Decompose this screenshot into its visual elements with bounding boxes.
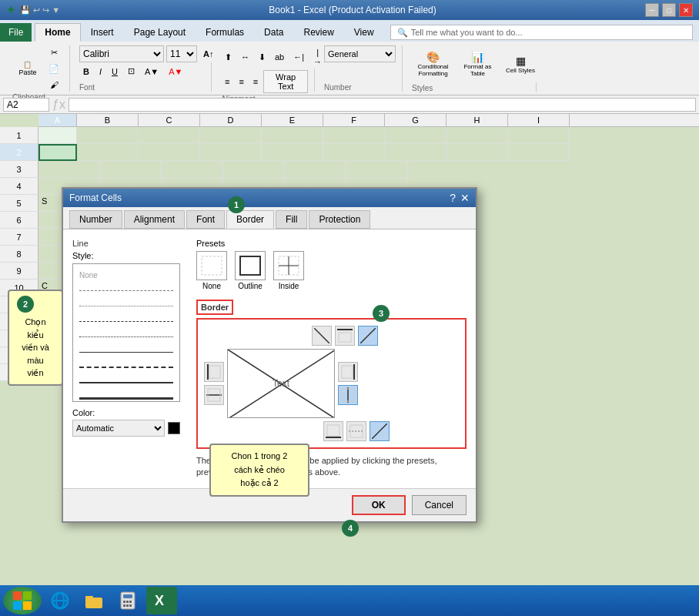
cell-a2[interactable] [38,144,77,161]
minimize-btn[interactable]: ─ [645,3,659,17]
border-btn-top[interactable] [335,326,355,346]
cell-b1[interactable] [77,127,139,144]
style-dotted-2[interactable] [76,298,176,313]
border-btn-bottom[interactable] [323,421,343,441]
fill-color-btn[interactable]: A▼ [141,64,162,79]
wrap-text-btn[interactable]: Wrap Text [263,70,308,93]
cell-c2[interactable] [139,144,200,161]
cancel-button[interactable]: Cancel [412,495,467,515]
row-7[interactable]: 7 [0,229,38,246]
tab-file[interactable]: File [0,23,32,42]
preset-none-btn[interactable]: None [196,251,227,290]
border-btn-center-h[interactable] [204,385,224,405]
cell-b3[interactable] [100,161,162,178]
tell-me-search[interactable]: 🔍 Tell me what you want to do... [390,25,693,40]
dialog-close-btn[interactable]: ✕ [460,192,470,204]
col-header-B[interactable]: B [77,114,139,126]
cell-b2[interactable] [77,144,139,161]
style-thick[interactable] [76,390,176,402]
tab-page-layout[interactable]: Page Layout [124,23,196,42]
format-table-btn[interactable]: 📊 Format as Table [457,45,499,82]
row-8[interactable]: 8 [0,246,38,263]
row-9[interactable]: 9 [0,263,38,280]
cell-c3[interactable] [162,161,223,178]
dialog-tab-fill[interactable]: Fill [276,210,307,229]
align-left-btn[interactable]: ≡ [221,70,233,93]
font-size-select[interactable]: 11 [166,45,197,62]
orientation-btn[interactable]: ab [271,45,288,69]
style-dash-dot[interactable] [76,313,176,329]
cell-f2[interactable] [323,144,385,161]
cell-e3[interactable] [285,161,346,178]
ok-button[interactable]: OK [352,495,406,515]
cell-h1[interactable] [446,127,508,144]
copy-btn[interactable]: 📄 [45,62,63,76]
bold-btn[interactable]: B [79,64,93,79]
row-3[interactable]: 3 [0,161,38,178]
start-button[interactable] [3,587,42,614]
cell-d2[interactable] [200,144,262,161]
col-header-H[interactable]: H [446,114,508,126]
cell-d3[interactable] [223,161,285,178]
border-btn[interactable]: ⊡ [124,64,139,79]
tab-data[interactable]: Data [254,23,293,42]
style-none[interactable]: None [76,267,176,283]
border-btn-top-right-diag[interactable] [358,326,378,346]
cell-c1[interactable] [139,127,200,144]
col-header-C[interactable]: C [139,114,200,126]
font-name-select[interactable]: Calibri [79,45,164,62]
formula-input[interactable] [69,98,696,112]
style-dotted-1[interactable] [76,283,176,298]
close-btn[interactable]: ✕ [679,3,693,17]
style-dash-dot-dot[interactable] [76,329,176,344]
tab-home[interactable]: Home [35,23,80,42]
tab-insert[interactable]: Insert [81,23,124,42]
style-medium-dashed[interactable] [76,360,176,375]
align-middle-btn[interactable]: ↔ [237,45,253,69]
cell-reference-input[interactable] [3,98,49,112]
border-btn-left[interactable] [204,362,224,382]
align-center-btn[interactable]: ≡ [235,70,247,93]
cell-e1[interactable] [262,127,323,144]
cell-a1[interactable] [38,127,77,144]
cell-a3[interactable] [38,161,100,178]
dialog-tab-alignment[interactable]: Alignment [124,210,185,229]
paste-btn[interactable]: 📋Paste [12,50,43,87]
row-6[interactable]: 6 [0,212,38,229]
style-list[interactable]: None [72,263,180,402]
number-format-select[interactable]: General [324,45,396,62]
row-2[interactable]: 2 [0,144,38,161]
border-btn-right[interactable] [338,362,358,382]
cell-i1[interactable] [508,127,570,144]
font-color-btn[interactable]: A▼ [165,64,186,79]
dialog-tab-number[interactable]: Number [69,210,122,229]
taskbar-explorer[interactable] [79,587,109,614]
cell-f1[interactable] [323,127,385,144]
color-select[interactable]: Automatic [72,420,165,437]
cell-f3[interactable] [346,161,408,178]
align-right-btn[interactable]: ≡ [249,70,262,93]
conditional-format-btn[interactable]: 🎨 Conditional Formatting [412,45,454,82]
tab-view[interactable]: View [344,23,384,42]
dialog-tab-protection[interactable]: Protection [309,210,370,229]
col-header-F[interactable]: F [323,114,385,126]
row-1[interactable]: 1 [0,127,38,144]
cell-e2[interactable] [262,144,323,161]
format-painter-btn[interactable]: 🖌 [45,78,63,92]
cell-styles-btn[interactable]: ▦ Cell Styles [501,45,540,82]
tab-review[interactable]: Review [293,23,343,42]
taskbar-calc[interactable] [112,587,143,614]
cell-g1[interactable] [385,127,446,144]
border-btn-corner[interactable] [370,421,390,441]
maximize-btn[interactable]: □ [662,3,676,17]
cell-d1[interactable] [200,127,262,144]
preset-inside-btn[interactable]: Inside [273,251,304,290]
col-header-I[interactable]: I [508,114,570,126]
col-header-G[interactable]: G [385,114,446,126]
col-header-D[interactable]: D [200,114,262,126]
style-thin-solid[interactable] [76,344,176,360]
cell-h2[interactable] [446,144,508,161]
cell-i2[interactable] [508,144,570,161]
cut-btn[interactable]: ✂ [45,45,63,60]
row-4[interactable]: 4 [0,178,38,195]
